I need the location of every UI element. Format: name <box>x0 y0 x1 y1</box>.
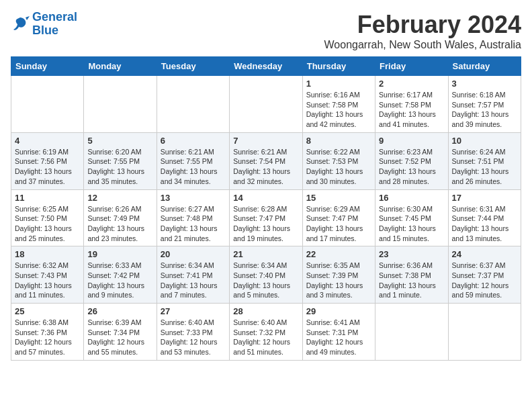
page-header: General Blue February 2024 Woongarrah, N… <box>11 11 521 51</box>
calendar-cell: 29Sunrise: 6:41 AM Sunset: 7:31 PM Dayli… <box>302 304 375 361</box>
calendar-cell: 5Sunrise: 6:20 AM Sunset: 7:55 PM Daylig… <box>84 132 157 189</box>
calendar-cell <box>84 76 157 133</box>
title-block: February 2024 Woongarrah, New South Wale… <box>324 11 521 51</box>
calendar-cell: 21Sunrise: 6:34 AM Sunset: 7:40 PM Dayli… <box>230 246 302 304</box>
calendar-cell: 6Sunrise: 6:21 AM Sunset: 7:55 PM Daylig… <box>157 132 229 189</box>
day-number: 13 <box>161 193 226 203</box>
day-info: Sunrise: 6:20 AM Sunset: 7:55 PM Dayligh… <box>87 147 152 187</box>
calendar-cell: 15Sunrise: 6:29 AM Sunset: 7:47 PM Dayli… <box>302 189 375 246</box>
day-info: Sunrise: 6:41 AM Sunset: 7:31 PM Dayligh… <box>306 318 371 357</box>
calendar-cell: 14Sunrise: 6:28 AM Sunset: 7:47 PM Dayli… <box>230 189 302 246</box>
day-number: 12 <box>87 193 152 203</box>
day-info: Sunrise: 6:40 AM Sunset: 7:32 PM Dayligh… <box>233 318 298 357</box>
calendar-body: 1Sunrise: 6:16 AM Sunset: 7:58 PM Daylig… <box>11 76 521 361</box>
header-day: Thursday <box>302 57 375 76</box>
calendar-cell <box>448 304 521 361</box>
calendar-cell: 25Sunrise: 6:38 AM Sunset: 7:36 PM Dayli… <box>11 304 84 361</box>
calendar-cell: 27Sunrise: 6:40 AM Sunset: 7:33 PM Dayli… <box>157 304 229 361</box>
day-number: 1 <box>306 79 371 89</box>
calendar-cell: 26Sunrise: 6:39 AM Sunset: 7:34 PM Dayli… <box>84 304 157 361</box>
day-info: Sunrise: 6:32 AM Sunset: 7:43 PM Dayligh… <box>15 261 80 300</box>
calendar-cell: 12Sunrise: 6:26 AM Sunset: 7:49 PM Dayli… <box>84 189 157 246</box>
day-number: 18 <box>15 249 80 259</box>
day-info: Sunrise: 6:29 AM Sunset: 7:47 PM Dayligh… <box>306 204 371 244</box>
day-number: 21 <box>233 249 298 259</box>
day-info: Sunrise: 6:23 AM Sunset: 7:52 PM Dayligh… <box>379 147 444 187</box>
day-number: 24 <box>452 249 517 259</box>
calendar-cell: 28Sunrise: 6:40 AM Sunset: 7:32 PM Dayli… <box>230 304 302 361</box>
day-info: Sunrise: 6:35 AM Sunset: 7:39 PM Dayligh… <box>306 261 371 300</box>
header-day: Monday <box>84 57 157 76</box>
day-number: 25 <box>15 306 80 316</box>
day-info: Sunrise: 6:36 AM Sunset: 7:38 PM Dayligh… <box>379 261 444 300</box>
day-info: Sunrise: 6:40 AM Sunset: 7:33 PM Dayligh… <box>161 318 226 357</box>
calendar-cell: 4Sunrise: 6:19 AM Sunset: 7:56 PM Daylig… <box>11 132 84 189</box>
calendar-cell: 8Sunrise: 6:22 AM Sunset: 7:53 PM Daylig… <box>302 132 375 189</box>
calendar-cell: 16Sunrise: 6:30 AM Sunset: 7:45 PM Dayli… <box>375 189 448 246</box>
day-info: Sunrise: 6:21 AM Sunset: 7:54 PM Dayligh… <box>233 147 298 187</box>
day-info: Sunrise: 6:27 AM Sunset: 7:48 PM Dayligh… <box>161 204 226 244</box>
calendar-cell: 11Sunrise: 6:25 AM Sunset: 7:50 PM Dayli… <box>11 189 84 246</box>
day-info: Sunrise: 6:17 AM Sunset: 7:58 PM Dayligh… <box>379 90 444 130</box>
day-number: 16 <box>379 193 444 203</box>
day-info: Sunrise: 6:38 AM Sunset: 7:36 PM Dayligh… <box>15 318 80 357</box>
logo-icon <box>11 15 30 34</box>
calendar-week-row: 4Sunrise: 6:19 AM Sunset: 7:56 PM Daylig… <box>11 132 521 189</box>
calendar-cell: 13Sunrise: 6:27 AM Sunset: 7:48 PM Dayli… <box>157 189 229 246</box>
day-number: 3 <box>452 79 517 89</box>
calendar-cell <box>11 76 84 133</box>
day-number: 4 <box>15 136 80 146</box>
calendar-cell: 9Sunrise: 6:23 AM Sunset: 7:52 PM Daylig… <box>375 132 448 189</box>
day-info: Sunrise: 6:30 AM Sunset: 7:45 PM Dayligh… <box>379 204 444 244</box>
calendar-cell: 23Sunrise: 6:36 AM Sunset: 7:38 PM Dayli… <box>375 246 448 304</box>
calendar-cell: 2Sunrise: 6:17 AM Sunset: 7:58 PM Daylig… <box>375 76 448 133</box>
day-info: Sunrise: 6:34 AM Sunset: 7:40 PM Dayligh… <box>233 261 298 300</box>
day-number: 23 <box>379 249 444 259</box>
calendar-cell: 18Sunrise: 6:32 AM Sunset: 7:43 PM Dayli… <box>11 246 84 304</box>
day-number: 6 <box>161 136 226 146</box>
header-day: Saturday <box>448 57 521 76</box>
calendar-table: SundayMondayTuesdayWednesdayThursdayFrid… <box>11 56 521 361</box>
calendar-cell: 22Sunrise: 6:35 AM Sunset: 7:39 PM Dayli… <box>302 246 375 304</box>
calendar-cell: 24Sunrise: 6:37 AM Sunset: 7:37 PM Dayli… <box>448 246 521 304</box>
calendar-week-row: 1Sunrise: 6:16 AM Sunset: 7:58 PM Daylig… <box>11 76 521 133</box>
day-number: 15 <box>306 193 371 203</box>
calendar-cell: 3Sunrise: 6:18 AM Sunset: 7:57 PM Daylig… <box>448 76 521 133</box>
day-number: 14 <box>233 193 298 203</box>
day-number: 11 <box>15 193 80 203</box>
calendar-header: SundayMondayTuesdayWednesdayThursdayFrid… <box>11 57 521 76</box>
calendar-cell: 19Sunrise: 6:33 AM Sunset: 7:42 PM Dayli… <box>84 246 157 304</box>
day-info: Sunrise: 6:18 AM Sunset: 7:57 PM Dayligh… <box>452 90 517 130</box>
day-number: 28 <box>233 306 298 316</box>
calendar-cell <box>157 76 229 133</box>
header-row: SundayMondayTuesdayWednesdayThursdayFrid… <box>11 57 521 76</box>
day-number: 19 <box>87 249 152 259</box>
day-number: 9 <box>379 136 444 146</box>
day-info: Sunrise: 6:21 AM Sunset: 7:55 PM Dayligh… <box>161 147 226 187</box>
day-number: 29 <box>306 306 371 316</box>
calendar-cell: 17Sunrise: 6:31 AM Sunset: 7:44 PM Dayli… <box>448 189 521 246</box>
calendar-title: February 2024 <box>324 11 521 39</box>
day-info: Sunrise: 6:34 AM Sunset: 7:41 PM Dayligh… <box>161 261 226 300</box>
calendar-cell <box>375 304 448 361</box>
header-day: Tuesday <box>157 57 229 76</box>
day-info: Sunrise: 6:26 AM Sunset: 7:49 PM Dayligh… <box>87 204 152 244</box>
calendar-cell: 1Sunrise: 6:16 AM Sunset: 7:58 PM Daylig… <box>302 76 375 133</box>
calendar-week-row: 18Sunrise: 6:32 AM Sunset: 7:43 PM Dayli… <box>11 246 521 304</box>
day-info: Sunrise: 6:28 AM Sunset: 7:47 PM Dayligh… <box>233 204 298 244</box>
day-info: Sunrise: 6:24 AM Sunset: 7:51 PM Dayligh… <box>452 147 517 187</box>
day-info: Sunrise: 6:33 AM Sunset: 7:42 PM Dayligh… <box>87 261 152 300</box>
logo-text: General Blue <box>32 11 77 38</box>
header-day: Friday <box>375 57 448 76</box>
day-info: Sunrise: 6:16 AM Sunset: 7:58 PM Dayligh… <box>306 90 371 130</box>
day-info: Sunrise: 6:19 AM Sunset: 7:56 PM Dayligh… <box>15 147 80 187</box>
day-number: 27 <box>161 306 226 316</box>
day-info: Sunrise: 6:25 AM Sunset: 7:50 PM Dayligh… <box>15 204 80 244</box>
calendar-cell: 7Sunrise: 6:21 AM Sunset: 7:54 PM Daylig… <box>230 132 302 189</box>
day-number: 7 <box>233 136 298 146</box>
header-day: Wednesday <box>230 57 302 76</box>
calendar-cell <box>230 76 302 133</box>
day-number: 17 <box>452 193 517 203</box>
calendar-week-row: 25Sunrise: 6:38 AM Sunset: 7:36 PM Dayli… <box>11 304 521 361</box>
day-number: 10 <box>452 136 517 146</box>
